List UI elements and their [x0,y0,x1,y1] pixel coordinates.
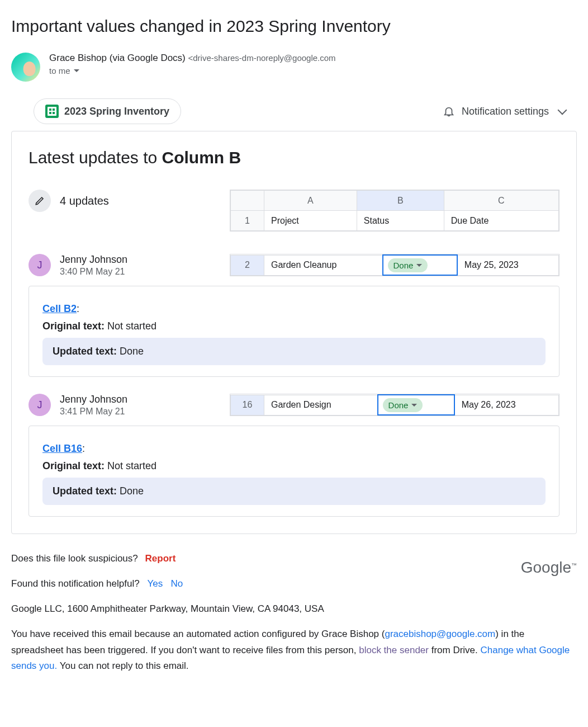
updates-card: Latest updates to Column B 4 updates A B… [11,131,577,534]
update-block: J Jenny Johnson 3:40 PM May 21 2 Garden … [29,254,559,377]
helpful-yes-link[interactable]: Yes [148,578,163,589]
row-num: 2 [231,255,264,275]
edit-time: 3:41 PM May 21 [60,407,127,417]
helpful-no-link[interactable]: No [170,578,183,589]
editor-avatar: J [29,394,51,416]
email-subject: Important values changed in 2023 Spring … [11,17,577,36]
email-footer: Google™ Does this file look suspicious? … [11,551,577,674]
notification-settings-label: Notification settings [462,106,549,117]
sender-email: <drive-shares-dm-noreply@google.com [188,53,336,63]
sender-avatar [11,53,40,82]
original-value: Not started [105,320,157,332]
reason-text-1: You have received this email because an … [11,629,385,639]
summary-row: 4 updates A B C 1 Project Status Due Dat… [29,190,559,232]
helpful-text: Found this notification helpful? [11,578,140,589]
col-header-a: A [264,191,357,211]
col-header-c: C [444,191,558,211]
report-link[interactable]: Report [145,553,176,564]
sheet-preview-row: 2 Garden Cleanup Done May 25, 2023 [230,254,559,276]
file-chip-label: 2023 Spring Inventory [64,106,169,117]
reason-text-4: You can not reply to this email. [57,660,188,671]
sheets-icon [45,105,59,118]
reason-text-3: from Drive. [429,645,481,655]
suspicious-text: Does this file look suspicious? [11,553,138,564]
sheet-preview-row: 16 Garden Design Done May 26, 2023 [230,394,559,416]
cell-status: Done [383,255,457,275]
pencil-icon [29,190,51,212]
chevron-down-icon [411,404,417,407]
cell-status: Done [378,395,454,415]
notification-settings-button[interactable]: Notification settings [443,105,577,117]
bell-icon [443,105,455,117]
updated-value: Done [117,346,144,357]
card-title-column: Column B [162,148,241,167]
sender-name: Grace Bishop (via Google Docs) [49,53,186,63]
file-chip[interactable]: 2023 Spring Inventory [34,98,181,124]
row-num: 1 [231,211,264,231]
row-num: 16 [231,395,264,415]
recipient-dropdown[interactable]: to me [49,66,577,75]
cell-link[interactable]: Cell B2 [42,303,77,314]
google-logo: Google™ [521,554,577,581]
status-chip-label: Done [388,400,409,410]
updates-count: 4 updates [60,195,109,207]
card-title: Latest updates to Column B [29,148,559,167]
sheet-preview-header: A B C 1 Project Status Due Date [230,190,559,232]
corner-cell [231,191,264,211]
editor-name: Jenny Johnson [60,254,127,266]
cell-project: Garden Cleanup [264,255,383,275]
chevron-down-icon [558,106,567,115]
sender-email-link[interactable]: gracebishop@google.com [385,629,495,639]
sender-info: Grace Bishop (via Google Docs) <drive-sh… [49,53,577,75]
updated-label: Updated text: [53,346,117,357]
col-header-b: B [357,191,444,211]
updated-label: Updated text: [53,485,117,497]
block-sender-link[interactable]: block the sender [359,645,429,655]
original-label: Original text: [42,460,105,471]
cell-project: Garden Design [264,395,378,415]
toolbar-row: 2023 Spring Inventory Notification setti… [11,98,577,124]
cell-due: May 26, 2023 [454,395,559,415]
change-details: Cell B2: Original text: Not started Upda… [29,286,559,377]
sender-row: Grace Bishop (via Google Docs) <drive-sh… [11,53,577,82]
header-status: Status [357,211,444,231]
editor-avatar: J [29,254,51,276]
status-chip-label: Done [393,261,414,270]
cell-link[interactable]: Cell B16 [42,443,82,454]
chevron-down-icon [416,264,422,267]
recipient-label: to me [49,66,70,75]
chevron-down-icon [74,69,79,72]
status-chip[interactable]: Done [383,398,423,412]
cell-due: May 25, 2023 [457,255,559,275]
update-block: J Jenny Johnson 3:41 PM May 21 16 Garden… [29,394,559,517]
card-title-prefix: Latest updates to [29,148,162,167]
original-label: Original text: [42,320,105,332]
editor-name: Jenny Johnson [60,394,127,405]
updated-value: Done [117,485,144,497]
status-chip[interactable]: Done [388,258,428,272]
change-details: Cell B16: Original text: Not started Upd… [29,426,559,517]
edit-time: 3:40 PM May 21 [60,267,127,277]
original-value: Not started [105,460,157,471]
header-project: Project [264,211,357,231]
header-due: Due Date [444,211,558,231]
company-address: Google LLC, 1600 Amphitheater Parkway, M… [11,601,577,617]
